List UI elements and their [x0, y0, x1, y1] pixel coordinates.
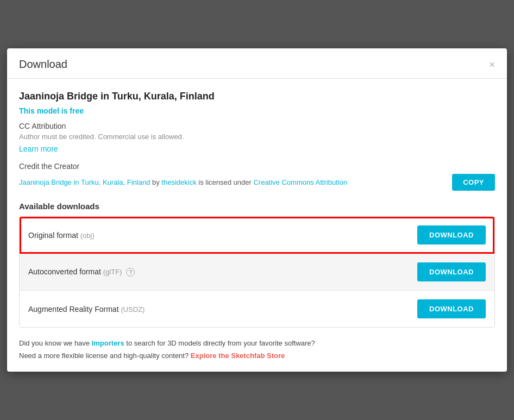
cc-description: Author must be credited. Commercial use …: [19, 133, 495, 141]
format-ext-original: (obj): [80, 231, 95, 240]
credit-by: by: [150, 178, 161, 186]
footer-text: Did you know we have Importers to search…: [19, 337, 495, 361]
author-link[interactable]: thesidekick: [161, 178, 196, 186]
format-usdz: Augmented Reality Format (USDZ): [28, 305, 145, 314]
sketchfab-link[interactable]: Explore the Sketchfab Store: [191, 352, 285, 360]
download-row-gltf: Autoconverted format (glTF) ? DOWNLOAD: [20, 254, 494, 291]
importers-link[interactable]: Importers: [92, 339, 124, 347]
format-ext-gltf: (glTF): [103, 268, 122, 276]
cc-attribution-label: CC Attribution: [19, 122, 495, 130]
credit-text: Jaaninoja Bridge in Turku, Kurala, Finla…: [19, 178, 443, 186]
footer-line1-end: to search for 3D models directly from yo…: [124, 339, 315, 347]
help-icon-gltf[interactable]: ?: [126, 268, 135, 277]
close-button[interactable]: ×: [489, 60, 495, 70]
format-label-usdz: Augmented Reality Format: [28, 305, 121, 314]
download-button-gltf[interactable]: DOWNLOAD: [417, 262, 486, 281]
model-free-label: This model is free: [19, 106, 495, 115]
credit-row: Jaaninoja Bridge in Turku, Kurala, Finla…: [19, 174, 495, 191]
format-original: Original format (obj): [28, 231, 95, 240]
footer-line1-start: Did you know we have: [19, 339, 92, 347]
download-row-usdz: Augmented Reality Format (USDZ) DOWNLOAD: [20, 291, 494, 327]
learn-more-link[interactable]: Learn more: [19, 145, 58, 153]
downloads-table: Original format (obj) DOWNLOAD Autoconve…: [19, 216, 495, 328]
copy-button[interactable]: COPY: [452, 174, 495, 191]
download-row-original: Original format (obj) DOWNLOAD: [20, 217, 494, 254]
format-label-gltf: Autoconverted format: [28, 267, 103, 276]
license-link[interactable]: Creative Commons Attribution: [253, 178, 347, 186]
footer-line2-start: Need a more flexible license and high-qu…: [19, 352, 191, 360]
download-modal: Download × Jaaninoja Bridge in Turku, Ku…: [7, 48, 507, 371]
downloads-label: Available downloads: [19, 202, 495, 211]
model-name: Jaaninoja Bridge in Turku, Kurala, Finla…: [19, 91, 495, 102]
modal-title: Download: [19, 58, 67, 71]
download-button-original[interactable]: DOWNLOAD: [417, 225, 486, 245]
modal-body: Jaaninoja Bridge in Turku, Kurala, Finla…: [7, 79, 507, 371]
model-link[interactable]: Jaaninoja Bridge in Turku, Kurala, Finla…: [19, 178, 150, 186]
format-label-original: Original format: [28, 231, 80, 240]
format-ext-usdz: (USDZ): [121, 305, 145, 314]
download-button-usdz[interactable]: DOWNLOAD: [417, 299, 486, 318]
format-gltf: Autoconverted format (glTF) ?: [28, 267, 135, 277]
credit-label: Credit the Creator: [19, 162, 495, 171]
credit-is: is licensed under: [197, 178, 254, 186]
modal-header: Download ×: [7, 48, 507, 79]
